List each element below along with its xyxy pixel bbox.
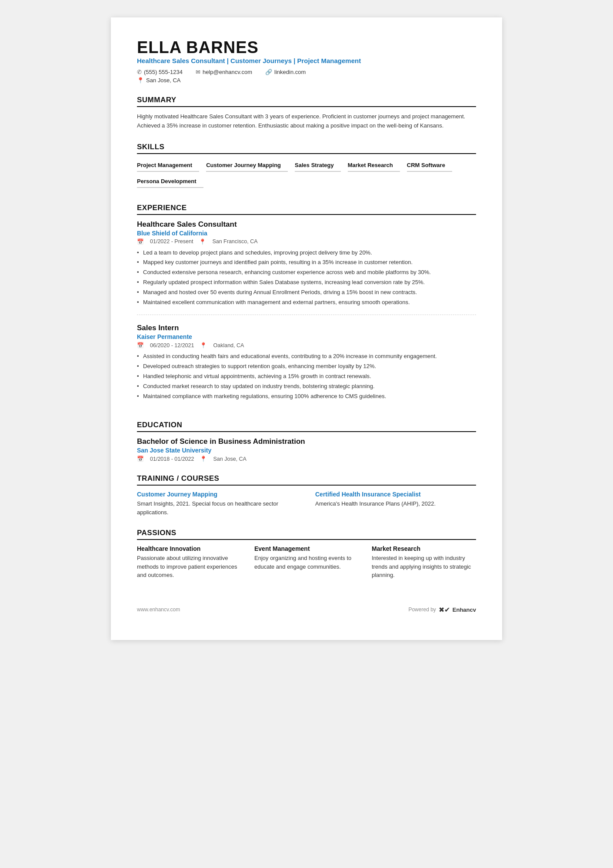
powered-by-text: Powered by — [408, 607, 436, 613]
job-bullet: Led a team to develop project plans and … — [137, 248, 476, 258]
passion-title: Market Research — [372, 545, 476, 552]
training-title: TRAINING / COURSES — [137, 474, 476, 486]
header: ELLA BARNES Healthcare Sales Consultant … — [137, 38, 476, 84]
job-company: Kaiser Permanente — [137, 333, 476, 340]
training-section: TRAINING / COURSES Customer Journey Mapp… — [137, 474, 476, 516]
passion-desc: Enjoy organizing and hosting events to e… — [254, 554, 359, 571]
edu-meta: 📅 01/2018 - 01/2022 📍 San Jose, CA — [137, 456, 476, 462]
job-bullet: Managed and hosted over 50 events during… — [137, 288, 476, 297]
job-date: 06/2020 - 12/2021 — [150, 342, 194, 349]
skills-title: SKILLS — [137, 143, 476, 154]
job-title: Healthcare Sales Consultant — [137, 220, 476, 229]
calendar-icon: 📅 — [137, 342, 144, 349]
passions-title: PASSIONS — [137, 529, 476, 540]
location-icon: 📍 — [137, 77, 144, 84]
edu-date: 01/2018 - 01/2022 — [150, 456, 194, 462]
job-bullet: Conducted market research to stay update… — [137, 382, 476, 391]
job-meta: 📅01/2022 - Present📍San Francisco, CA — [137, 238, 476, 245]
training-item-title: Certified Health Insurance Specialist — [315, 491, 476, 498]
phone-value: (555) 555-1234 — [144, 69, 183, 75]
phone-icon: ✆ — [137, 69, 142, 75]
experience-job: Healthcare Sales ConsultantBlue Shield o… — [137, 220, 476, 315]
phone-contact: ✆ (555) 555-1234 — [137, 69, 183, 75]
training-item-desc: America's Health Insurance Plans (AHIP),… — [315, 499, 476, 508]
skill-item: Persona Development — [137, 175, 203, 188]
location-value: San Jose, CA — [146, 77, 181, 84]
education-section: EDUCATION Bachelor of Science in Busines… — [137, 421, 476, 462]
experience-title: EXPERIENCE — [137, 204, 476, 215]
job-bullet: Handled telephonic and virtual appointme… — [137, 372, 476, 381]
linkedin-value: linkedin.com — [274, 69, 306, 75]
training-item: Certified Health Insurance SpecialistAme… — [315, 491, 476, 516]
passion-title: Event Management — [254, 545, 359, 552]
job-bullets: Assisted in conducting health fairs and … — [137, 352, 476, 401]
job-bullet: Mapped key customer journeys and identif… — [137, 258, 476, 267]
footer-website: www.enhancv.com — [137, 607, 180, 613]
email-value: help@enhancv.com — [203, 69, 252, 75]
job-bullet: Maintained compliance with marketing reg… — [137, 392, 476, 401]
job-location-icon: 📍 — [199, 238, 206, 245]
resume-page: ELLA BARNES Healthcare Sales Consultant … — [111, 17, 502, 640]
job-meta: 📅06/2020 - 12/2021📍Oakland, CA — [137, 342, 476, 349]
skill-item: Project Management — [137, 159, 199, 172]
job-bullet: Maintained excellent communication with … — [137, 298, 476, 307]
experience-container: Healthcare Sales ConsultantBlue Shield o… — [137, 220, 476, 409]
email-icon: ✉ — [196, 69, 200, 75]
email-contact: ✉ help@enhancv.com — [196, 69, 252, 75]
passions-section: PASSIONS Healthcare InnovationPassionate… — [137, 529, 476, 580]
summary-text: Highly motivated Healthcare Sales Consul… — [137, 112, 476, 131]
skills-section: SKILLS Project ManagementCustomer Journe… — [137, 143, 476, 191]
job-bullet: Assisted in conducting health fairs and … — [137, 352, 476, 361]
skill-item: Sales Strategy — [295, 159, 341, 172]
job-bullet: Regularly updated prospect information w… — [137, 278, 476, 287]
summary-title: SUMMARY — [137, 96, 476, 107]
candidate-headline: Healthcare Sales Consultant | Customer J… — [137, 57, 476, 64]
job-location-icon: 📍 — [200, 342, 207, 349]
footer-brand: Powered by ✖✔ Enhancv — [408, 606, 476, 614]
skills-list: Project ManagementCustomer Journey Mappi… — [137, 159, 476, 191]
job-bullet: Developed outreach strategies to support… — [137, 362, 476, 371]
experience-job: Sales InternKaiser Permanente📅06/2020 - … — [137, 324, 476, 409]
job-location: San Francisco, CA — [212, 238, 257, 245]
passion-title: Healthcare Innovation — [137, 545, 241, 552]
job-date: 01/2022 - Present — [150, 238, 193, 245]
linkedin-contact: 🔗 linkedin.com — [265, 69, 306, 75]
school-name: San Jose State University — [137, 447, 476, 454]
summary-section: SUMMARY Highly motivated Healthcare Sale… — [137, 96, 476, 131]
job-location: Oakland, CA — [213, 342, 244, 349]
location-contact: 📍 San Jose, CA — [137, 77, 181, 84]
enhancv-logo-icon: ✖✔ — [439, 606, 450, 614]
training-item: Customer Journey MappingSmart Insights, … — [137, 491, 298, 516]
job-bullet: Conducted extensive persona research, en… — [137, 268, 476, 277]
skill-item: Market Research — [348, 159, 400, 172]
education-title: EDUCATION — [137, 421, 476, 432]
experience-section: EXPERIENCE Healthcare Sales ConsultantBl… — [137, 204, 476, 409]
passion-desc: Passionate about utilizing innovative me… — [137, 554, 241, 580]
candidate-name: ELLA BARNES — [137, 38, 476, 57]
passion-item: Event ManagementEnjoy organizing and hos… — [254, 545, 359, 580]
job-title: Sales Intern — [137, 324, 476, 332]
edu-location: San Jose, CA — [213, 456, 246, 462]
job-bullets: Led a team to develop project plans and … — [137, 248, 476, 307]
passion-desc: Interested in keeping up with industry t… — [372, 554, 476, 580]
passion-item: Healthcare InnovationPassionate about ut… — [137, 545, 241, 580]
linkedin-icon: 🔗 — [265, 69, 272, 75]
skill-item: CRM Software — [407, 159, 452, 172]
training-item-title: Customer Journey Mapping — [137, 491, 298, 498]
contact-row: ✆ (555) 555-1234 ✉ help@enhancv.com 🔗 li… — [137, 69, 476, 75]
training-grid: Customer Journey MappingSmart Insights, … — [137, 491, 476, 516]
passion-item: Market ResearchInterested in keeping up … — [372, 545, 476, 580]
enhancv-brand-name: Enhancv — [453, 607, 476, 613]
footer: www.enhancv.com Powered by ✖✔ Enhancv — [137, 606, 476, 614]
job-company: Blue Shield of California — [137, 230, 476, 237]
training-item-desc: Smart Insights, 2021. Special focus on h… — [137, 499, 298, 516]
edu-date-icon: 📅 — [137, 456, 144, 462]
location-row: 📍 San Jose, CA — [137, 77, 476, 84]
skill-item: Customer Journey Mapping — [206, 159, 288, 172]
degree-title: Bachelor of Science in Business Administ… — [137, 437, 476, 446]
passions-grid: Healthcare InnovationPassionate about ut… — [137, 545, 476, 580]
calendar-icon: 📅 — [137, 238, 144, 245]
edu-location-icon: 📍 — [200, 456, 207, 462]
